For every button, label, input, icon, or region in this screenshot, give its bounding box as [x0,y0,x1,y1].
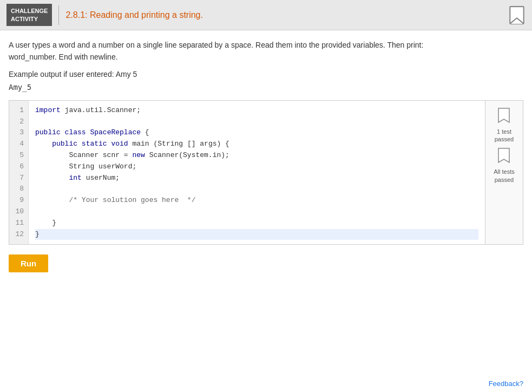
code-editor[interactable]: import java.util.Scanner; public class S… [29,101,485,245]
code-line-7: int userNum; [35,173,478,184]
run-button[interactable]: Run [9,254,48,272]
header: CHALLENGE ACTIVITY 2.8.1: Reading and pr… [0,0,532,30]
test-2-label: All testspassed [494,168,515,184]
test-panel: 1 testpassed All testspassed [485,101,523,245]
feedback-link[interactable]: Feedback? [489,380,523,388]
code-line-5: Scanner scnr = new Scanner(System.in); [35,150,478,161]
description-line1: A user types a word and a number on a si… [9,41,423,49]
example-label: Example output if user entered: Amy 5 [9,70,523,79]
code-line-9: /* Your solution goes here */ [35,195,478,206]
test-1-label: 1 testpassed [495,128,514,143]
code-line-4: public static void main (String [] args)… [35,139,478,150]
description: A user types a word and a number on a si… [9,39,523,63]
test-passed-icon-2 [496,147,511,166]
activity-title: 2.8.1: Reading and printing a string. [65,10,508,20]
main-content: A user types a word and a number on a si… [0,30,532,392]
code-editor-container: 1 2 3 4 5 6 7 8 9 10 11 12 import java.u… [9,100,523,245]
code-line-1: import java.util.Scanner; [35,105,478,116]
code-line-6: String userWord; [35,161,478,173]
line-numbers: 1 2 3 4 5 6 7 8 9 10 11 12 [9,101,29,245]
challenge-activity-label: CHALLENGE ACTIVITY [6,4,52,26]
test-badge-1: 1 testpassed [495,107,514,143]
bookmark-icon[interactable] [508,5,526,25]
feedback-bar: Feedback? [9,375,523,392]
bottom-bar: Run [9,249,523,278]
code-line-11: } [35,218,478,229]
example-output: Amy_5 [9,83,523,92]
test-badge-2: All testspassed [494,147,515,184]
code-line-3: public class SpaceReplace { [35,127,478,139]
code-line-10 [35,206,478,218]
code-line-8 [35,184,478,195]
code-line-12: } [35,229,478,240]
header-divider [58,5,59,25]
code-line-2 [35,116,478,128]
test-passed-icon-1 [496,107,511,126]
description-line2: word_number. End with newline. [9,53,118,61]
